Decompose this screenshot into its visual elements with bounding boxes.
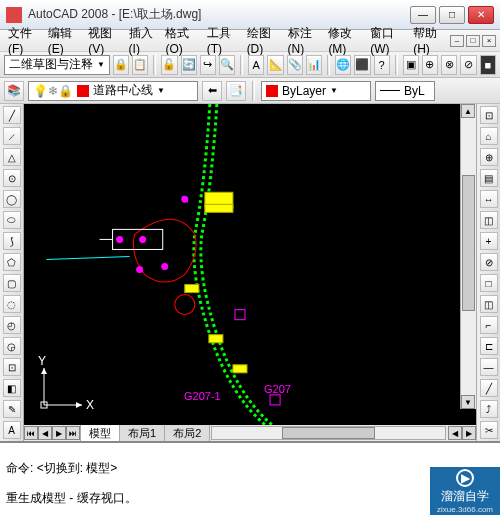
scroll-down-icon[interactable]: ▼ (461, 395, 475, 409)
tool-fill-icon[interactable]: ■ (480, 55, 496, 75)
hatch-icon[interactable]: ◧ (3, 379, 21, 397)
fillet-icon[interactable]: ⤴ (480, 400, 498, 418)
tool-zoom-icon[interactable]: 🔍 (219, 55, 235, 75)
tool-lock-icon[interactable]: 🔒 (113, 55, 129, 75)
menu-view[interactable]: 视图(V) (84, 23, 122, 58)
circle-icon[interactable]: ◯ (3, 190, 21, 208)
menu-help[interactable]: 帮助(H) (409, 23, 448, 58)
move-icon[interactable]: ↔ (480, 190, 498, 208)
polygon-icon[interactable]: ⊙ (3, 169, 21, 187)
arc-icon[interactable]: ⟆ (3, 232, 21, 250)
svg-point-4 (140, 236, 146, 242)
copy-icon[interactable]: ⌂ (480, 127, 498, 145)
xline-icon[interactable]: ⟋ (3, 127, 21, 145)
donut-icon[interactable]: ◴ (3, 316, 21, 334)
tab-first[interactable]: ⏮ (24, 426, 38, 440)
chevron-down-icon: ▼ (157, 86, 165, 95)
tool-redo-icon[interactable]: ↪ (200, 55, 216, 75)
offset-icon[interactable]: ▤ (480, 169, 498, 187)
tab-next[interactable]: ▶ (52, 426, 66, 440)
tab-last[interactable]: ⏭ (66, 426, 80, 440)
tab-layout1[interactable]: 布局1 (119, 424, 165, 442)
array-icon[interactable]: ◫ (480, 211, 498, 229)
menu-insert[interactable]: 插入(I) (125, 23, 160, 58)
minimize-button[interactable]: — (410, 6, 436, 24)
layer-prev-icon[interactable]: ⬅ (202, 81, 222, 101)
revcloud-icon[interactable]: ◌ (3, 295, 21, 313)
workspace-dropdown[interactable]: 二维草图与注释 ▼ (4, 55, 110, 75)
hscroll-track[interactable] (211, 426, 446, 440)
tool-unlock-icon[interactable]: 🔓 (161, 55, 177, 75)
tool-text-icon[interactable]: A (248, 55, 264, 75)
maximize-button[interactable]: □ (439, 6, 465, 24)
tool-refresh-icon[interactable]: 🔄 (181, 55, 197, 75)
scale-icon[interactable]: ⊘ (480, 253, 498, 271)
explode-icon[interactable]: ✂ (480, 421, 498, 439)
command-panel[interactable]: 命令: <切换到: 模型> 重生成模型 - 缓存视口。 命令: 命令: 扫描被 … (0, 441, 500, 515)
block-icon[interactable]: ⊡ (3, 358, 21, 376)
menu-edit[interactable]: 编辑(E) (44, 23, 82, 58)
cmd-line: 命令: <切换到: 模型> (6, 461, 494, 476)
stretch-icon[interactable]: □ (480, 274, 498, 292)
mdi-close[interactable]: × (482, 35, 496, 47)
scroll-up-icon[interactable]: ▲ (461, 104, 475, 118)
tab-prev[interactable]: ◀ (38, 426, 52, 440)
layer-dropdown[interactable]: 💡❄🔒 道路中心线 ▼ (28, 81, 198, 101)
tool-dim-icon[interactable]: 📐 (267, 55, 283, 75)
hscroll-right[interactable]: ▶ (462, 426, 476, 440)
point-icon[interactable]: ◶ (3, 337, 21, 355)
mtext-icon[interactable]: ✎ (3, 400, 21, 418)
menu-draw[interactable]: 绘图(D) (243, 23, 282, 58)
tool-block-icon[interactable]: ⬛ (354, 55, 370, 75)
text-icon[interactable]: A (3, 421, 21, 439)
menu-dim[interactable]: 标注(N) (284, 23, 323, 58)
line-icon[interactable]: ╱ (3, 106, 21, 124)
extend-icon[interactable]: ⌐ (480, 316, 498, 334)
chamfer-icon[interactable]: ╱ (480, 379, 498, 397)
tool-help-icon[interactable]: ? (374, 55, 390, 75)
hscroll-left[interactable]: ◀ (448, 426, 462, 440)
tab-model[interactable]: 模型 (80, 424, 120, 442)
tab-layout2[interactable]: 布局2 (164, 424, 210, 442)
tool-props-icon[interactable]: ▣ (403, 55, 419, 75)
rect-icon[interactable]: ▢ (3, 274, 21, 292)
watermark-url: zixue.3d66.com (437, 505, 493, 514)
menu-file[interactable]: 文件(F) (4, 23, 42, 58)
ellipse-icon[interactable]: ⬭ (3, 211, 21, 229)
mdi-minimize[interactable]: – (450, 35, 464, 47)
tool-table-icon[interactable]: 📊 (306, 55, 322, 75)
model-viewport[interactable]: G207-1 G207 X Y ▲ ▼ (24, 104, 476, 425)
tool-add-icon[interactable]: ⊕ (422, 55, 438, 75)
spline-icon[interactable]: ⬠ (3, 253, 21, 271)
rotate-icon[interactable]: + (480, 232, 498, 250)
trim-icon[interactable]: ◫ (480, 295, 498, 313)
tool-cancel-icon[interactable]: ⊘ (460, 55, 476, 75)
break-icon[interactable]: ⊏ (480, 337, 498, 355)
polyline-icon[interactable]: △ (3, 148, 21, 166)
menu-tools[interactable]: 工具(T) (203, 23, 241, 58)
join-icon[interactable]: — (480, 358, 498, 376)
svg-rect-9 (270, 395, 280, 405)
menu-format[interactable]: 格式(O) (161, 23, 200, 58)
menu-window[interactable]: 窗口(W) (366, 23, 407, 58)
tool-attach-icon[interactable]: 📎 (287, 55, 303, 75)
color-dropdown[interactable]: ByLayer ▼ (261, 81, 371, 101)
layer-manager-icon[interactable]: 📚 (4, 81, 24, 101)
svg-rect-8 (235, 310, 245, 320)
vertical-scrollbar[interactable]: ▲ ▼ (460, 104, 476, 409)
erase-icon[interactable]: ⊡ (480, 106, 498, 124)
menu-modify[interactable]: 修改(M) (324, 23, 364, 58)
mirror-icon[interactable]: ⊕ (480, 148, 498, 166)
tool-copy-icon[interactable]: 📋 (132, 55, 148, 75)
tool-web-icon[interactable]: 🌐 (335, 55, 351, 75)
layer-tool-icon[interactable]: 📑 (226, 81, 246, 101)
linetype-dropdown[interactable]: ByL (375, 81, 435, 101)
close-button[interactable]: ✕ (468, 6, 494, 24)
svg-rect-13 (209, 335, 223, 343)
viewport-wrap: G207-1 G207 X Y ▲ ▼ ⏮ ◀ ▶ ⏭ (24, 104, 476, 441)
scroll-thumb[interactable] (462, 175, 475, 312)
mdi-maximize[interactable]: □ (466, 35, 480, 47)
svg-rect-14 (233, 365, 247, 373)
hscroll-thumb[interactable] (282, 427, 375, 439)
tool-remove-icon[interactable]: ⊗ (441, 55, 457, 75)
